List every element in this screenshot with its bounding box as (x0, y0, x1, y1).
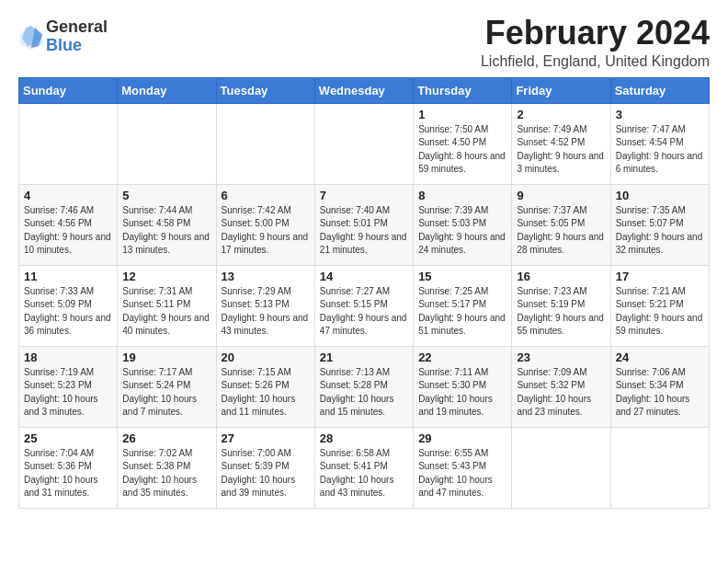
day-number: 12 (122, 270, 210, 283)
day-number: 22 (418, 350, 506, 364)
day-number: 1 (418, 108, 506, 121)
calendar-cell (512, 427, 610, 508)
day-number: 17 (616, 270, 704, 283)
day-info: Sunrise: 7:06 AMSunset: 5:34 PMDaylight:… (616, 366, 704, 419)
day-number: 24 (616, 350, 704, 364)
day-number: 16 (517, 270, 605, 283)
calendar-cell (610, 427, 709, 508)
day-info: Sunrise: 7:25 AMSunset: 5:17 PMDaylight:… (418, 285, 506, 339)
day-number: 26 (122, 431, 210, 445)
day-info: Sunrise: 7:46 AMSunset: 4:56 PMDaylight:… (24, 204, 112, 258)
day-number: 15 (418, 270, 506, 283)
day-number: 6 (222, 189, 310, 202)
day-number: 28 (320, 431, 408, 445)
page-header: General Blue February 2024 Lichfield, En… (18, 15, 710, 70)
weekday-header-tuesday: Tuesday (216, 77, 314, 103)
calendar-cell: 15Sunrise: 7:25 AMSunset: 5:17 PMDayligh… (414, 265, 512, 346)
day-number: 4 (24, 189, 112, 202)
day-info: Sunrise: 7:04 AMSunset: 5:36 PMDaylight:… (24, 447, 112, 500)
weekday-header-saturday: Saturday (610, 77, 709, 103)
calendar-week-2: 4Sunrise: 7:46 AMSunset: 4:56 PMDaylight… (19, 184, 710, 265)
day-info: Sunrise: 7:17 AMSunset: 5:24 PMDaylight:… (122, 366, 210, 419)
day-info: Sunrise: 7:02 AMSunset: 5:38 PMDaylight:… (122, 447, 210, 500)
weekday-header-friday: Friday (512, 77, 610, 103)
calendar-cell: 8Sunrise: 7:39 AMSunset: 5:03 PMDaylight… (414, 184, 512, 265)
day-number: 29 (418, 431, 506, 445)
calendar-cell: 25Sunrise: 7:04 AMSunset: 5:36 PMDayligh… (19, 427, 118, 508)
day-info: Sunrise: 7:31 AMSunset: 5:11 PMDaylight:… (122, 285, 210, 339)
calendar-cell: 24Sunrise: 7:06 AMSunset: 5:34 PMDayligh… (610, 346, 709, 427)
calendar-cell (314, 103, 413, 184)
day-info: Sunrise: 7:21 AMSunset: 5:21 PMDaylight:… (616, 285, 704, 339)
day-info: Sunrise: 7:27 AMSunset: 5:15 PMDaylight:… (320, 285, 408, 339)
logo: General Blue (18, 18, 108, 55)
calendar-cell: 14Sunrise: 7:27 AMSunset: 5:15 PMDayligh… (314, 265, 413, 346)
day-number: 9 (517, 189, 605, 202)
day-info: Sunrise: 7:33 AMSunset: 5:09 PMDaylight:… (24, 285, 112, 339)
calendar-cell: 5Sunrise: 7:44 AMSunset: 4:58 PMDaylight… (118, 184, 216, 265)
calendar-cell: 17Sunrise: 7:21 AMSunset: 5:21 PMDayligh… (610, 265, 709, 346)
day-number: 10 (616, 189, 704, 202)
day-info: Sunrise: 7:23 AMSunset: 5:19 PMDaylight:… (517, 285, 605, 339)
day-number: 13 (222, 270, 310, 283)
location-subtitle: Lichfield, England, United Kingdom (481, 53, 710, 70)
calendar-cell: 4Sunrise: 7:46 AMSunset: 4:56 PMDaylight… (19, 184, 118, 265)
calendar-cell: 7Sunrise: 7:40 AMSunset: 5:01 PMDaylight… (314, 184, 413, 265)
logo-icon (18, 24, 44, 50)
calendar-cell: 26Sunrise: 7:02 AMSunset: 5:38 PMDayligh… (118, 427, 216, 508)
calendar-cell: 1Sunrise: 7:50 AMSunset: 4:50 PMDaylight… (414, 103, 512, 184)
calendar-week-3: 11Sunrise: 7:33 AMSunset: 5:09 PMDayligh… (19, 265, 710, 346)
day-info: Sunrise: 7:42 AMSunset: 5:00 PMDaylight:… (222, 204, 310, 258)
calendar-cell: 27Sunrise: 7:00 AMSunset: 5:39 PMDayligh… (216, 427, 314, 508)
day-number: 5 (122, 189, 210, 202)
weekday-header-monday: Monday (118, 77, 216, 103)
day-info: Sunrise: 7:44 AMSunset: 4:58 PMDaylight:… (122, 204, 210, 258)
day-info: Sunrise: 7:47 AMSunset: 4:54 PMDaylight:… (616, 123, 704, 177)
day-number: 27 (222, 431, 310, 445)
day-number: 25 (24, 431, 112, 445)
day-info: Sunrise: 7:00 AMSunset: 5:39 PMDaylight:… (222, 447, 310, 500)
calendar-cell: 28Sunrise: 6:58 AMSunset: 5:41 PMDayligh… (314, 427, 413, 508)
weekday-header-row: SundayMondayTuesdayWednesdayThursdayFrid… (19, 77, 710, 103)
calendar-cell: 12Sunrise: 7:31 AMSunset: 5:11 PMDayligh… (118, 265, 216, 346)
month-year-title: February 2024 (481, 15, 710, 52)
calendar-cell (19, 103, 118, 184)
day-number: 19 (122, 350, 210, 364)
day-number: 11 (24, 270, 112, 283)
calendar-cell: 23Sunrise: 7:09 AMSunset: 5:32 PMDayligh… (512, 346, 610, 427)
calendar-week-5: 25Sunrise: 7:04 AMSunset: 5:36 PMDayligh… (19, 427, 710, 508)
day-info: Sunrise: 6:58 AMSunset: 5:41 PMDaylight:… (320, 447, 408, 500)
logo-blue-text: Blue (46, 37, 108, 55)
calendar-cell: 9Sunrise: 7:37 AMSunset: 5:05 PMDaylight… (512, 184, 610, 265)
calendar-cell: 18Sunrise: 7:19 AMSunset: 5:23 PMDayligh… (19, 346, 118, 427)
day-info: Sunrise: 7:11 AMSunset: 5:30 PMDaylight:… (418, 366, 506, 419)
day-number: 14 (320, 270, 408, 283)
day-number: 18 (24, 350, 112, 364)
calendar-cell: 22Sunrise: 7:11 AMSunset: 5:30 PMDayligh… (414, 346, 512, 427)
day-number: 7 (320, 189, 408, 202)
day-number: 3 (616, 108, 704, 121)
title-area: February 2024 Lichfield, England, United… (481, 15, 710, 70)
weekday-header-sunday: Sunday (19, 77, 118, 103)
calendar-cell: 10Sunrise: 7:35 AMSunset: 5:07 PMDayligh… (610, 184, 709, 265)
day-info: Sunrise: 7:40 AMSunset: 5:01 PMDaylight:… (320, 204, 408, 258)
calendar-cell: 21Sunrise: 7:13 AMSunset: 5:28 PMDayligh… (314, 346, 413, 427)
day-info: Sunrise: 7:49 AMSunset: 4:52 PMDaylight:… (517, 123, 605, 177)
day-info: Sunrise: 7:15 AMSunset: 5:26 PMDaylight:… (222, 366, 310, 419)
day-info: Sunrise: 7:13 AMSunset: 5:28 PMDaylight:… (320, 366, 408, 419)
day-number: 20 (222, 350, 310, 364)
day-info: Sunrise: 7:50 AMSunset: 4:50 PMDaylight:… (418, 123, 506, 177)
day-info: Sunrise: 7:19 AMSunset: 5:23 PMDaylight:… (24, 366, 112, 419)
logo-general-text: General (46, 18, 108, 37)
day-info: Sunrise: 7:35 AMSunset: 5:07 PMDaylight:… (616, 204, 704, 258)
calendar-week-1: 1Sunrise: 7:50 AMSunset: 4:50 PMDaylight… (19, 103, 710, 184)
calendar-cell: 13Sunrise: 7:29 AMSunset: 5:13 PMDayligh… (216, 265, 314, 346)
calendar-cell: 11Sunrise: 7:33 AMSunset: 5:09 PMDayligh… (19, 265, 118, 346)
day-info: Sunrise: 7:37 AMSunset: 5:05 PMDaylight:… (517, 204, 605, 258)
calendar-table: SundayMondayTuesdayWednesdayThursdayFrid… (18, 77, 710, 509)
calendar-week-4: 18Sunrise: 7:19 AMSunset: 5:23 PMDayligh… (19, 346, 710, 427)
day-number: 8 (418, 189, 506, 202)
day-number: 23 (517, 350, 605, 364)
calendar-cell: 20Sunrise: 7:15 AMSunset: 5:26 PMDayligh… (216, 346, 314, 427)
calendar-cell: 29Sunrise: 6:55 AMSunset: 5:43 PMDayligh… (414, 427, 512, 508)
